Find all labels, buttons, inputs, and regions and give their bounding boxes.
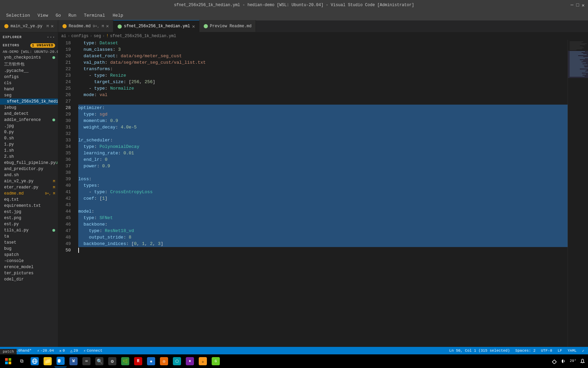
sidebar-item-jpg[interactable]: .jpg (0, 123, 58, 129)
breadcrumb-file[interactable]: sfnet_256x256_1k_hedian.yml (110, 34, 176, 39)
status-position[interactable]: Ln 50, Col 1 (315 selected) (448, 349, 511, 353)
sidebar-item-taset[interactable]: taset (0, 240, 58, 246)
sidebar-item-hand[interactable]: hand (0, 86, 58, 92)
menu-go[interactable]: Go (52, 12, 64, 19)
start-button[interactable] (2, 355, 14, 367)
sidebar-item-cls[interactable]: cls (0, 80, 58, 86)
sidebar-item-0sh[interactable]: 0.sh (0, 135, 58, 141)
breadcrumb-seg[interactable]: seg (94, 34, 101, 39)
taskbar-app-extra[interactable]: G (210, 355, 222, 367)
sidebar-item-ta[interactable]: ta (0, 233, 58, 240)
sidebar-item-erence-model[interactable]: erence_model (0, 264, 58, 270)
taskbar-app-blue[interactable]: ◆ (145, 355, 157, 367)
code-editor[interactable]: 18 19 20 21 22 23 24 25 26 27 28 29 30 3… (58, 40, 588, 347)
tab-close-readme[interactable]: ✕ (106, 23, 109, 29)
status-line-ending[interactable]: LF (557, 349, 563, 353)
status-warnings[interactable]: △ 29 (69, 349, 79, 353)
taskbar-app-orange[interactable]: ◎ (158, 355, 170, 367)
sidebar-item-main-v2[interactable]: ain_v2_ye.py M (0, 178, 58, 184)
status-language[interactable]: YAML (567, 349, 577, 353)
sidebar-item-test-png[interactable]: est.png (0, 215, 58, 221)
status-errors[interactable]: ✕ 0 (58, 349, 66, 353)
sidebar-item-req-txt[interactable]: eq.txt (0, 197, 58, 203)
sidebar-item-requirements[interactable]: equirements.txt (0, 203, 58, 209)
sidebar-item-test-py[interactable]: est.py (0, 221, 58, 227)
sidebar-item-sfnet-yml[interactable]: sfnet_256x256_1k_hedian.yml (0, 98, 58, 105)
sidebar-item-paddle[interactable]: addle_inference (0, 117, 58, 123)
sidebar-item-odel-dir[interactable]: odel_dir (0, 276, 58, 282)
close-icon[interactable]: ✕ (582, 2, 585, 8)
sidebar-item-1py[interactable]: 1.py (0, 141, 58, 148)
menu-run[interactable]: Run (65, 12, 80, 19)
sidebar-item-3rdpkg[interactable]: 三方软件包 (0, 61, 58, 68)
status-wsl[interactable]: ⚡ -20.04 (36, 349, 55, 353)
sidebar-item-console[interactable]: -console (0, 258, 58, 264)
taskbar-app-java[interactable]: ☕ (197, 355, 209, 367)
taskbar-app-red[interactable]: R (132, 355, 144, 367)
status-connect[interactable]: ⚡ Connect (82, 349, 103, 353)
sidebar-item-ter-pictures[interactable]: ter_pictures (0, 270, 58, 276)
code-content[interactable]: type: Dataset num_classes: 3 dataset_roo… (75, 40, 568, 347)
taskbar-notification[interactable] (579, 359, 586, 364)
taskbar-app-search[interactable]: 🔍 (93, 355, 105, 367)
taskbar-app-terminal[interactable]: ⌨ (80, 355, 93, 367)
tab-preview[interactable]: ⬤ Preview Readme.md (199, 20, 256, 32)
sidebar-more-icon[interactable]: ··· (47, 34, 55, 40)
svg-rect-6 (570, 47, 583, 47)
sidebar-item-test-jpg[interactable]: est.jpg (0, 209, 58, 215)
taskbar-app-settings[interactable]: ⚙ (106, 355, 118, 367)
sidebar-item-bug[interactable]: bug (0, 246, 58, 252)
sidebar-item-debug[interactable]: lebug (0, 105, 58, 111)
error-count: 0 (63, 349, 65, 353)
breadcrumb-configs[interactable]: configs (71, 34, 88, 39)
status-checkmark[interactable]: ✓ (581, 349, 585, 353)
terminal-icon: ⌨ (82, 357, 91, 365)
tab-close-sfnet[interactable]: ✕ (192, 24, 195, 29)
sidebar-item-1sh[interactable]: 1.sh (0, 148, 58, 154)
taskbar-network-icon[interactable] (551, 358, 558, 364)
sidebar-item-spatch[interactable]: spatch (0, 252, 58, 258)
taskbar-app-files[interactable]: 📁 (42, 355, 54, 367)
sidebar-item-configs[interactable]: onfigs (0, 74, 58, 80)
svg-rect-31 (570, 72, 588, 72)
status-spaces[interactable]: Spaces: 2 (514, 349, 536, 353)
window-controls[interactable]: ─ □ ✕ (571, 2, 585, 8)
sidebar-item-readme[interactable]: eadme.md 9+, M (0, 190, 58, 197)
menu-view[interactable]: View (34, 12, 51, 19)
taskbar-apps: ⧉ 📁 W ⌨ 🔍 ⚙ (16, 355, 549, 367)
taskbar-app-vscode[interactable] (54, 355, 67, 367)
status-encoding[interactable]: UTF-8 (540, 349, 553, 353)
sidebar-item-ynb[interactable]: ynb_checkpoints (0, 55, 58, 61)
tab-main-v2[interactable]: ⬤ main_v2_ye.py M ✕ (0, 20, 58, 32)
taskbar-app-green[interactable]: 🌿 (119, 355, 131, 367)
clock[interactable]: 29° (568, 358, 578, 364)
taskbar-app-taskview[interactable]: ⧉ (16, 355, 28, 367)
taskbar-app-purple[interactable]: ♦ (184, 355, 196, 367)
taskbar-app-browser[interactable] (29, 355, 41, 367)
tab-sfnet[interactable]: ⬤ sfnet_256x256_1k_hedian.yml ✕ (113, 20, 199, 32)
taskbar-sound-icon[interactable] (559, 358, 567, 364)
maximize-icon[interactable]: □ (576, 2, 579, 8)
sidebar-item-and-detect[interactable]: and_detect (0, 111, 58, 117)
taskbar-app-teal[interactable]: ⬡ (171, 355, 183, 367)
sidebar-item-debug-full[interactable]: ebug_full_pipeline.py U (0, 160, 58, 166)
breadcrumb-ai[interactable]: ai (61, 34, 66, 39)
menu-terminal[interactable]: Terminal (80, 12, 108, 19)
taskbar-app-word[interactable]: W (67, 355, 80, 367)
unsaved-badge: 1 UNSAVED (30, 43, 55, 48)
sidebar-item-seg[interactable]: seg (0, 92, 58, 98)
menu-selection[interactable]: Selection (3, 12, 33, 19)
tab-close-main[interactable]: ✕ (51, 23, 53, 29)
windows-logo (5, 358, 12, 365)
sidebar-item-2sh[interactable]: 2.sh (0, 154, 58, 160)
sidebar-item-pycache[interactable]: .pycache__ (0, 68, 58, 74)
sidebar-item-meter-reader[interactable]: eter_reader.py M (0, 184, 58, 190)
sidebar-item-and-sh[interactable]: and.sh (0, 172, 58, 178)
sidebar-item-0py[interactable]: 0.py (0, 129, 58, 135)
sidebar-item-utils-ai[interactable]: tils_ai.py (0, 227, 58, 233)
tab-readme[interactable]: ⬤ Readme.md 9+, M ✕ (58, 20, 113, 32)
code-line-33: lr_scheduler: (78, 137, 568, 143)
menu-help[interactable]: Help (109, 12, 127, 19)
minimize-icon[interactable]: ─ (571, 2, 573, 8)
sidebar-item-and-predictor[interactable]: and_predictor.py (0, 166, 58, 172)
